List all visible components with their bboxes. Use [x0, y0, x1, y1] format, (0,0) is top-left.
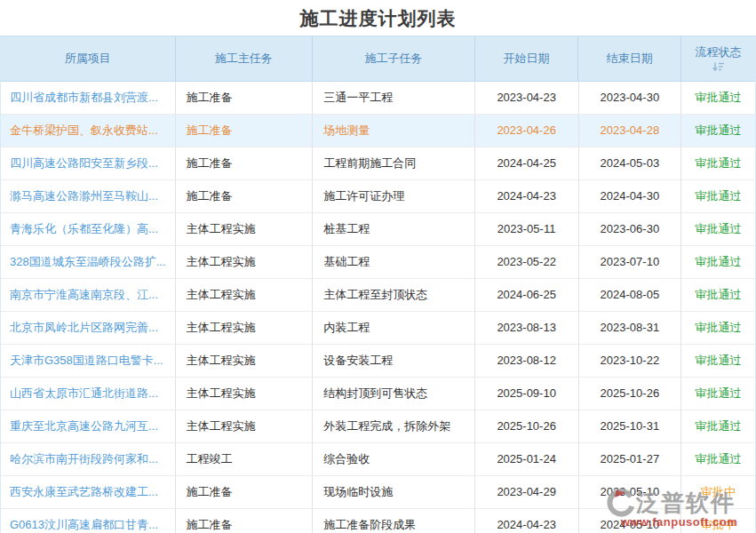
project-link[interactable]: 滁马高速公路滁州至马鞍山...	[1, 180, 176, 212]
table-row: 天津市G358国道路口电警卡... 主体工程实施 设备安装工程 2023-08-…	[1, 345, 755, 378]
project-link[interactable]: 金牛桥梁护国、叙永收费站...	[1, 115, 176, 147]
main-task-cell: 施工准备	[176, 147, 314, 179]
main-task-cell: 主体工程实施	[176, 213, 314, 245]
end-date-cell: 2023-05-10	[579, 476, 682, 508]
table-row: 金牛桥梁护国、叙永收费站... 施工准备 场地测量 2023-04-26 202…	[1, 115, 755, 147]
column-header-end-date-label: 结束日期	[607, 52, 653, 66]
sub-task-cell: 综合验收	[313, 443, 475, 475]
column-header-main-task: 施工主任务	[176, 36, 314, 81]
end-date-cell: 2025-10-26	[579, 378, 682, 410]
status-link[interactable]: 审批通过	[681, 279, 755, 311]
status-link[interactable]: 审批通过	[681, 180, 755, 212]
start-date-cell: 2023-05-11	[475, 213, 579, 245]
start-date-cell: 2024-06-25	[475, 279, 579, 311]
end-date-cell: 2024-04-30	[579, 180, 682, 212]
project-link[interactable]: 北京市凤岭北片区路网完善...	[1, 312, 176, 344]
status-link[interactable]: 审批通过	[681, 378, 755, 410]
sub-task-cell: 基础工程	[313, 246, 475, 278]
column-header-end-date: 结束日期	[578, 36, 681, 81]
start-date-cell: 2024-04-25	[475, 147, 579, 179]
sub-task-cell: 结构封顶到可售状态	[313, 378, 475, 410]
project-link[interactable]: 西安永康至武艺路桥改建工...	[1, 476, 176, 508]
project-link[interactable]: 哈尔滨市南开街段跨何家和...	[1, 443, 176, 475]
status-link[interactable]: 审批通过	[681, 147, 755, 179]
start-date-cell: 2025-09-10	[475, 378, 579, 410]
sub-task-cell: 工程前期施工合同	[313, 147, 475, 179]
end-date-cell: 2024-05-10	[579, 509, 682, 533]
table-row: 四川省成都市新都县刘营渡... 施工准备 三通一平工程 2023-04-23 2…	[1, 82, 755, 115]
status-link[interactable]: 审批通过	[681, 213, 755, 245]
project-link[interactable]: 四川省成都市新都县刘营渡...	[1, 82, 176, 114]
project-link[interactable]: 南京市宁淮高速南京段、江...	[1, 279, 176, 311]
table-row: 北京市凤岭北片区路网完善... 主体工程实施 内装工程 2023-08-13 2…	[1, 312, 755, 345]
main-task-cell: 施工准备	[176, 82, 314, 114]
main-task-cell: 施工准备	[176, 509, 314, 533]
status-link[interactable]: 审批中	[681, 476, 755, 508]
main-task-cell: 主体工程实施	[176, 312, 314, 344]
status-link[interactable]: 审批中	[681, 509, 755, 533]
project-link[interactable]: 重庆至北京高速公路九河互...	[1, 410, 176, 442]
sort-descending-icon[interactable]	[712, 61, 725, 72]
end-date-cell: 2023-04-28	[579, 115, 682, 147]
column-header-status[interactable]: 流程状态	[681, 36, 755, 81]
start-date-cell: 2023-04-29	[475, 476, 579, 508]
project-link[interactable]: 天津市G358国道路口电警卡...	[1, 345, 176, 377]
end-date-cell: 2024-05-03	[579, 147, 682, 179]
project-link[interactable]: G0613汶川高速扁都口甘青...	[1, 509, 176, 533]
column-header-status-label: 流程状态	[696, 45, 742, 60]
page-title: 施工进度计划列表	[0, 0, 756, 29]
column-header-sub-task-label: 施工子任务	[364, 52, 422, 66]
sub-task-cell: 施工许可证办理	[313, 180, 475, 212]
status-link[interactable]: 审批通过	[681, 410, 755, 442]
table-row: G0613汶川高速扁都口甘青... 施工准备 施工准备阶段成果 2024-04-…	[1, 509, 755, 533]
main-task-cell: 主体工程实施	[176, 378, 314, 410]
sub-task-cell: 现场临时设施	[313, 476, 475, 508]
status-link[interactable]: 审批通过	[681, 115, 755, 147]
table-header-row: 所属项目 施工主任务 施工子任务 开始日期 结束日期 流程状态	[1, 36, 755, 82]
table-row: 南京市宁淮高速南京段、江... 主体工程实施 主体工程至封顶状态 2024-06…	[1, 279, 755, 312]
main-task-cell: 主体工程实施	[176, 279, 314, 311]
end-date-cell: 2023-04-30	[579, 82, 682, 114]
sub-task-cell: 设备安装工程	[313, 345, 475, 377]
status-link[interactable]: 审批通过	[681, 246, 755, 278]
table-row: 328国道城东至温峤段公路扩... 主体工程实施 基础工程 2023-05-22…	[1, 246, 755, 279]
main-task-cell: 施工准备	[176, 180, 314, 212]
end-date-cell: 2024-08-05	[579, 279, 682, 311]
start-date-cell: 2023-08-12	[475, 345, 579, 377]
table-row: 山西省太原市汇通北街道路... 主体工程实施 结构封顶到可售状态 2025-09…	[1, 378, 755, 410]
start-date-cell: 2025-10-26	[475, 410, 579, 442]
end-date-cell: 2023-08-31	[579, 312, 682, 344]
column-header-sub-task: 施工子任务	[313, 36, 475, 81]
project-link[interactable]: 四川高速公路阳安至新乡段...	[1, 147, 176, 179]
sub-task-cell: 主体工程至封顶状态	[313, 279, 475, 311]
main-task-cell: 施工准备	[176, 115, 314, 147]
status-link[interactable]: 审批通过	[681, 82, 755, 114]
end-date-cell: 2025-01-27	[579, 443, 682, 475]
column-header-start-date: 开始日期	[475, 36, 579, 81]
start-date-cell: 2023-08-13	[475, 312, 579, 344]
start-date-cell: 2023-04-26	[475, 115, 579, 147]
status-link[interactable]: 审批通过	[681, 443, 755, 475]
start-date-cell: 2023-05-22	[475, 246, 579, 278]
project-link[interactable]: 青海乐化（乐都至化隆）高...	[1, 213, 176, 245]
start-date-cell: 2025-01-24	[475, 443, 579, 475]
start-date-cell: 2024-04-23	[475, 180, 579, 212]
main-task-cell: 工程竣工	[176, 443, 314, 475]
project-link[interactable]: 山西省太原市汇通北街道路...	[1, 378, 176, 410]
sub-task-cell: 三通一平工程	[313, 82, 475, 114]
status-link[interactable]: 审批通过	[681, 312, 755, 344]
table-row: 四川高速公路阳安至新乡段... 施工准备 工程前期施工合同 2024-04-25…	[1, 147, 755, 180]
sub-task-cell: 场地测量	[313, 115, 475, 147]
end-date-cell: 2025-10-31	[579, 410, 682, 442]
main-task-cell: 主体工程实施	[176, 410, 314, 442]
table-row: 西安永康至武艺路桥改建工... 施工准备 现场临时设施 2023-04-29 2…	[1, 476, 755, 509]
sub-task-cell: 桩基工程	[313, 213, 475, 245]
sub-task-cell: 施工准备阶段成果	[313, 509, 475, 533]
status-link[interactable]: 审批通过	[681, 345, 755, 377]
main-task-cell: 主体工程实施	[176, 345, 314, 377]
column-header-start-date-label: 开始日期	[504, 52, 550, 66]
column-header-project: 所属项目	[1, 36, 176, 81]
project-link[interactable]: 328国道城东至温峤段公路扩...	[1, 246, 176, 278]
end-date-cell: 2023-07-10	[579, 246, 682, 278]
start-date-cell: 2024-04-23	[475, 509, 579, 533]
